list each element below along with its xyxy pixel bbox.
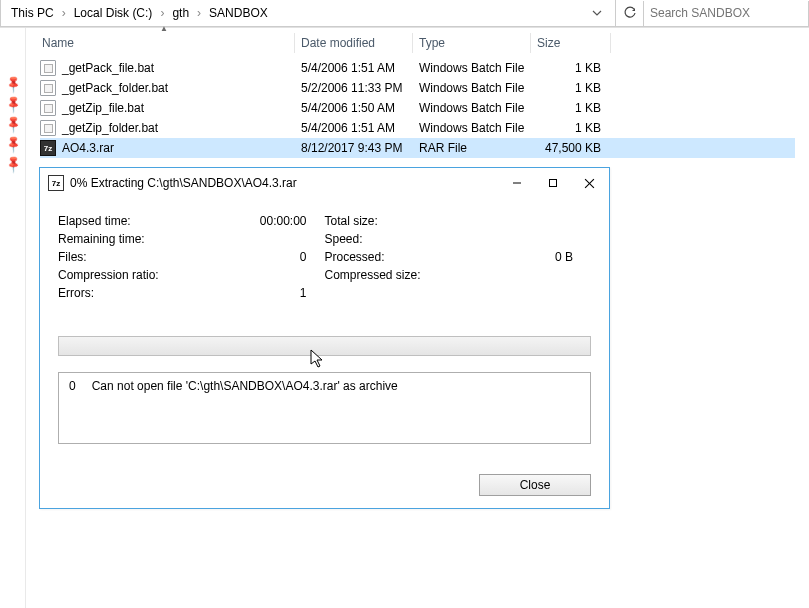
chevron-right-icon: › (156, 0, 168, 26)
file-rows: _getPack_file.bat5/4/2006 1:51 AMWindows… (26, 58, 809, 158)
file-row[interactable]: _getZip_file.bat5/4/2006 1:50 AMWindows … (40, 98, 795, 118)
file-type: Windows Batch File (413, 81, 531, 95)
search-input[interactable] (644, 1, 809, 27)
file-name: _getZip_folder.bat (62, 121, 158, 135)
close-button[interactable]: Close (479, 474, 591, 496)
file-name: AO4.3.rar (62, 141, 114, 155)
file-size: 1 KB (531, 121, 611, 135)
batch-file-icon (40, 100, 56, 116)
stat-value (275, 266, 325, 284)
file-date: 5/4/2006 1:50 AM (295, 101, 413, 115)
dialog-footer: Close (479, 474, 591, 496)
file-row[interactable]: _getPack_folder.bat5/2/2006 11:33 PMWind… (40, 78, 795, 98)
maximize-button[interactable] (535, 169, 571, 197)
stat-value: 0 (275, 248, 325, 266)
extraction-dialog: 7z 0% Extracting C:\gth\SANDBOX\AO4.3.ra… (39, 167, 610, 509)
stat-label: Speed: (325, 230, 542, 248)
stat-row: Compressed size: (325, 266, 592, 284)
column-label: Name (42, 36, 74, 50)
file-type: RAR File (413, 141, 531, 155)
file-date: 5/2/2006 11:33 PM (295, 81, 413, 95)
column-header-date[interactable]: Date modified (295, 33, 413, 53)
stat-row: Elapsed time:00:00:00 (58, 212, 325, 230)
chevron-right-icon: › (58, 0, 70, 26)
minimize-button[interactable] (499, 169, 535, 197)
breadcrumb-item[interactable]: Local Disk (C:) (70, 0, 157, 26)
chevron-right-icon: › (193, 0, 205, 26)
file-size: 1 KB (531, 101, 611, 115)
file-name: _getPack_folder.bat (62, 81, 168, 95)
file-row[interactable]: _getPack_file.bat5/4/2006 1:51 AMWindows… (40, 58, 795, 78)
batch-file-icon (40, 60, 56, 76)
nav-pane-collapsed: 📌 📌 📌 📌 📌 (0, 28, 26, 608)
explorer-toolbar: This PC › Local Disk (C:) › gth › SANDBO… (0, 0, 809, 28)
file-size: 1 KB (531, 61, 611, 75)
stat-row: Processed:0 B (325, 248, 592, 266)
stat-label: Remaining time: (58, 230, 275, 248)
stat-value (541, 212, 591, 230)
file-size: 1 KB (531, 81, 611, 95)
log-message: Can not open file 'C:\gth\SANDBOX\AO4.3.… (92, 379, 398, 393)
file-name: _getPack_file.bat (62, 61, 154, 75)
log-row: 0 Can not open file 'C:\gth\SANDBOX\AO4.… (69, 379, 580, 393)
file-date: 5/4/2006 1:51 AM (295, 121, 413, 135)
stat-label: Errors: (58, 284, 275, 302)
file-row[interactable]: _getZip_folder.bat5/4/2006 1:51 AMWindow… (40, 118, 795, 138)
batch-file-icon (40, 80, 56, 96)
stat-row: Total size: (325, 212, 592, 230)
stat-row: Remaining time: (58, 230, 325, 248)
file-date: 8/12/2017 9:43 PM (295, 141, 413, 155)
column-headers: Name ▲ Date modified Type Size (26, 28, 809, 58)
stats-grid: Elapsed time:00:00:00Remaining time:File… (58, 212, 591, 302)
stat-label: Elapsed time: (58, 212, 260, 230)
column-header-name[interactable]: Name ▲ (40, 33, 295, 53)
dialog-body: Elapsed time:00:00:00Remaining time:File… (40, 198, 609, 458)
stat-value (541, 230, 591, 248)
stat-row: Speed: (325, 230, 592, 248)
refresh-button[interactable] (616, 1, 644, 27)
stat-label: Compressed size: (325, 266, 542, 284)
file-type: Windows Batch File (413, 101, 531, 115)
address-dropdown-button[interactable] (585, 0, 609, 26)
file-date: 5/4/2006 1:51 AM (295, 61, 413, 75)
stat-row: Files:0 (58, 248, 325, 266)
log-col0: 0 (69, 379, 76, 393)
batch-file-icon (40, 120, 56, 136)
stat-value (275, 230, 325, 248)
stat-value (541, 266, 591, 284)
error-log[interactable]: 0 Can not open file 'C:\gth\SANDBOX\AO4.… (58, 372, 591, 444)
breadcrumb-item[interactable]: gth (168, 0, 193, 26)
app-icon: 7z (48, 175, 64, 191)
stat-label: Total size: (325, 212, 542, 230)
stat-label: Processed: (325, 248, 542, 266)
file-type: Windows Batch File (413, 121, 531, 135)
stat-row: Errors:1 (58, 284, 325, 302)
stat-value: 0 B (541, 248, 591, 266)
archive-icon: 7z (40, 140, 56, 156)
column-header-size[interactable]: Size (531, 33, 611, 53)
stat-value: 00:00:00 (260, 212, 325, 230)
stat-value: 1 (275, 284, 325, 302)
dialog-title: 0% Extracting C:\gth\SANDBOX\AO4.3.rar (70, 176, 499, 190)
stat-label: Compression ratio: (58, 266, 275, 284)
file-name: _getZip_file.bat (62, 101, 144, 115)
stat-row: Compression ratio: (58, 266, 325, 284)
dialog-titlebar[interactable]: 7z 0% Extracting C:\gth\SANDBOX\AO4.3.ra… (40, 168, 609, 198)
stat-label: Files: (58, 248, 275, 266)
file-size: 47,500 KB (531, 141, 611, 155)
address-bar[interactable]: This PC › Local Disk (C:) › gth › SANDBO… (0, 0, 616, 27)
sort-ascending-icon: ▲ (160, 24, 168, 33)
file-row[interactable]: 7zAO4.3.rar8/12/2017 9:43 PMRAR File47,5… (40, 138, 795, 158)
progress-bar (58, 336, 591, 356)
breadcrumb-item[interactable]: SANDBOX (205, 0, 272, 26)
file-type: Windows Batch File (413, 61, 531, 75)
svg-rect-1 (550, 180, 557, 187)
close-icon[interactable] (571, 169, 607, 197)
breadcrumb-item[interactable]: This PC (7, 0, 58, 26)
column-header-type[interactable]: Type (413, 33, 531, 53)
